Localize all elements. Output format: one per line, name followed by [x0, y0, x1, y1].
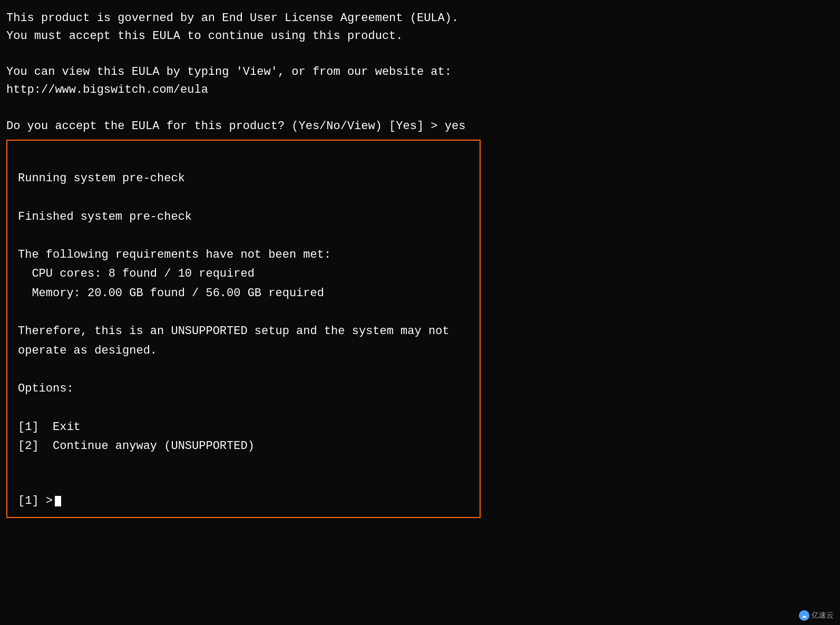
warning-line1-text: Therefore, this is an UNSUPPORTED setup … [18, 325, 450, 338]
eula-line1: This product is governed by an End User … [6, 12, 458, 25]
warning-line2-text: operate as designed. [18, 344, 157, 357]
watermark-icon: ☁ [799, 610, 809, 621]
eula-prompt: Do you accept the EULA for this product?… [6, 120, 465, 133]
prompt-text: [1] > [18, 494, 53, 507]
running-check-text: Running system pre-check [18, 172, 185, 185]
eula-line4: You can view this EULA by typing 'View',… [6, 65, 452, 79]
memory-requirement-text: Memory: 20.00 GB found / 56.00 GB requir… [18, 287, 324, 300]
box-content-area: Running system pre-check Finished system… [18, 150, 469, 494]
watermark-label: 亿速云 [812, 611, 834, 620]
option2-text: [2] Continue anyway (UNSUPPORTED) [18, 440, 255, 453]
eula-line2: You must accept this EULA to continue us… [6, 30, 403, 43]
cpu-requirement-text: CPU cores: 8 found / 10 required [18, 267, 255, 280]
pre-box-content: This product is governed by an End User … [6, 9, 834, 135]
requirements-header-text: The following requirements have not been… [18, 248, 331, 261]
terminal-window: This product is governed by an End User … [0, 5, 840, 625]
system-check-box: Running system pre-check Finished system… [6, 140, 481, 518]
options-header-text: Options: [18, 382, 74, 395]
watermark-area: ☁ 亿速云 [799, 610, 834, 621]
input-prompt-line[interactable]: [1] > [18, 494, 469, 507]
cursor-blink [55, 496, 61, 506]
option1-text: [1] Exit [18, 421, 81, 434]
eula-url: http://www.bigswitch.com/eula [6, 83, 208, 96]
finished-check-text: Finished system pre-check [18, 210, 192, 223]
